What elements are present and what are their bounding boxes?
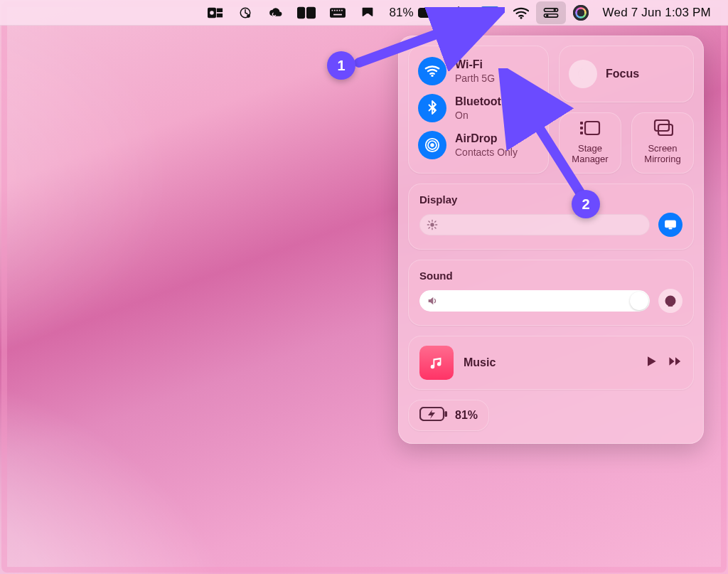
- menubar-app-icon-1[interactable]: [230, 1, 260, 24]
- play-button[interactable]: [644, 354, 658, 371]
- svg-rect-12: [338, 9, 340, 11]
- svg-rect-13: [341, 9, 343, 11]
- next-track-button[interactable]: [668, 354, 682, 371]
- svg-rect-36: [665, 220, 676, 228]
- screen-mirroring-label: Screen Mirroring: [636, 144, 690, 165]
- menubar-sidecar-icon[interactable]: [290, 1, 323, 24]
- annotation-step-1: 1: [327, 51, 355, 80]
- svg-rect-2: [216, 13, 222, 17]
- svg-rect-8: [330, 8, 346, 18]
- annotation-step-2: 2: [572, 190, 600, 218]
- svg-rect-10: [333, 9, 335, 11]
- svg-rect-11: [336, 9, 338, 11]
- airplay-audio-button[interactable]: [658, 289, 682, 313]
- menubar-cloud-sync-icon[interactable]: [260, 1, 290, 24]
- now-playing-tile[interactable]: Music: [408, 336, 694, 390]
- svg-point-22: [553, 9, 556, 11]
- bluetooth-icon: [418, 94, 446, 122]
- svg-rect-41: [445, 411, 448, 417]
- svg-rect-7: [306, 7, 314, 18]
- svg-point-20: [520, 16, 522, 18]
- svg-rect-14: [333, 14, 342, 15]
- screen-mirroring-icon: [652, 119, 673, 139]
- svg-point-3: [210, 11, 214, 15]
- menubar-outlook-icon[interactable]: [200, 1, 230, 24]
- focus-title: Focus: [606, 68, 639, 80]
- svg-rect-9: [331, 9, 333, 11]
- desktop: 81% Wed 7 Jun 1:03 PM: [0, 0, 728, 574]
- menubar-wifi-icon[interactable]: [506, 1, 536, 24]
- music-app-icon: [419, 346, 454, 380]
- battery-percent-text: 81%: [455, 409, 478, 422]
- svg-rect-37: [669, 228, 673, 229]
- menubar-datetime[interactable]: Wed 7 Jun 1:03 PM: [596, 1, 718, 24]
- airdrop-icon: [418, 131, 446, 159]
- music-title: Music: [464, 356, 634, 369]
- sound-label: Sound: [419, 270, 682, 282]
- svg-rect-6: [297, 7, 304, 18]
- menubar-control-center-toggle[interactable]: [536, 1, 566, 24]
- svg-point-5: [247, 14, 250, 18]
- battery-charging-icon: [419, 407, 448, 424]
- brightness-slider[interactable]: [419, 214, 650, 235]
- svg-point-26: [430, 143, 434, 147]
- battery-tile[interactable]: 81%: [408, 400, 489, 431]
- svg-rect-1: [216, 8, 222, 11]
- svg-rect-34: [658, 124, 673, 135]
- volume-slider[interactable]: [419, 290, 650, 312]
- svg-point-25: [431, 75, 433, 77]
- wifi-subtitle: Parth 5G: [455, 73, 495, 84]
- display-settings-button[interactable]: [658, 213, 682, 237]
- screen-mirroring-toggle[interactable]: Screen Mirroring: [631, 112, 694, 174]
- svg-point-35: [430, 223, 434, 226]
- sound-tile: Sound: [408, 260, 694, 326]
- menubar-siri-icon[interactable]: [566, 1, 596, 24]
- svg-rect-33: [655, 120, 669, 131]
- svg-point-24: [546, 14, 549, 17]
